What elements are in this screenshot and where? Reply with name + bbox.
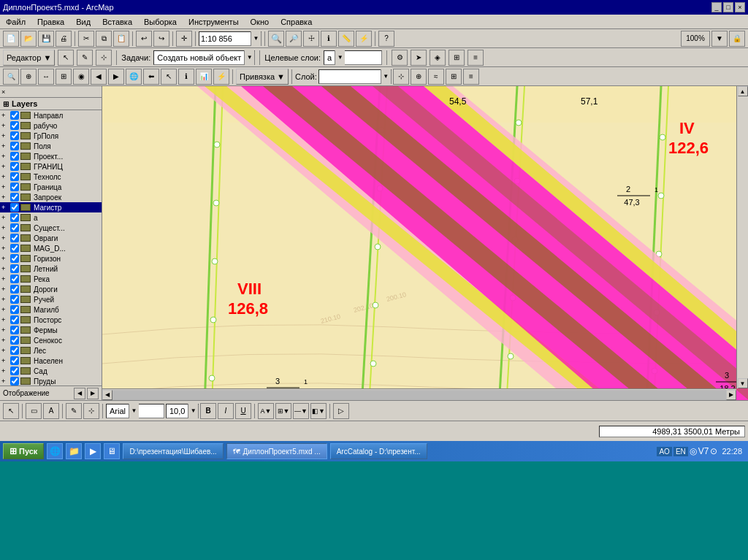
layer-expand-15[interactable]: + bbox=[1, 265, 9, 272]
layer-checkbox-16[interactable] bbox=[10, 275, 19, 283]
scroll-up-btn[interactable]: ▲ bbox=[738, 86, 748, 96]
minimize-button[interactable]: _ bbox=[711, 2, 722, 12]
snap-btn4[interactable]: ⊞ bbox=[56, 69, 72, 85]
snap-tool3[interactable]: ≈ bbox=[428, 69, 444, 85]
layer-expand-24[interactable]: + bbox=[1, 357, 9, 364]
layer-item-8[interactable]: +Запроек bbox=[0, 192, 102, 202]
layer-expand-21[interactable]: + bbox=[1, 326, 9, 334]
layer-item-4[interactable]: +Проект... bbox=[0, 151, 102, 161]
layer-checkbox-8[interactable] bbox=[10, 193, 19, 202]
scale-input[interactable]: 1:10 856 bbox=[199, 32, 251, 45]
edit-btn8[interactable]: ≡ bbox=[468, 50, 484, 66]
layer-checkbox-10[interactable] bbox=[10, 213, 19, 222]
tray-icon2[interactable]: V7 bbox=[698, 446, 709, 456]
open-button[interactable]: 📂 bbox=[20, 31, 37, 47]
snap-btn5[interactable]: ◉ bbox=[73, 69, 89, 85]
layer-item-15[interactable]: +Летний bbox=[0, 264, 102, 274]
print-button[interactable]: 🖨 bbox=[56, 31, 72, 47]
layer-expand-10[interactable]: + bbox=[1, 214, 9, 221]
layer-expand-9[interactable]: + bbox=[1, 204, 9, 211]
layer-item-6[interactable]: +Технолс bbox=[0, 172, 102, 182]
task-item-2[interactable]: ArcCatalog - D:\презент... bbox=[330, 443, 427, 459]
start-button[interactable]: ⊞ Пуск bbox=[3, 443, 44, 459]
layer-checkbox-0[interactable] bbox=[10, 111, 19, 120]
draw-tool4[interactable]: ⊹ bbox=[83, 403, 99, 419]
layer-expand-4[interactable]: + bbox=[1, 153, 9, 160]
scroll-track-h[interactable] bbox=[112, 390, 726, 400]
layer-expand-20[interactable]: + bbox=[1, 316, 9, 323]
layer-expand-3[interactable]: + bbox=[1, 142, 9, 150]
lock-button[interactable]: 🔒 bbox=[729, 31, 745, 47]
zoom-in-button[interactable]: 🔍 bbox=[268, 31, 284, 47]
layer-dropdown[interactable]: ▼ bbox=[381, 69, 391, 84]
task-dropdown[interactable]: ▼ bbox=[244, 50, 254, 65]
layer-checkbox-18[interactable] bbox=[10, 295, 19, 304]
layer-checkbox-6[interactable] bbox=[10, 172, 19, 181]
layer-item-16[interactable]: +Река bbox=[0, 274, 102, 284]
data-btn[interactable]: 📊 bbox=[196, 69, 212, 85]
layer-expand-0[interactable]: + bbox=[1, 112, 9, 119]
layer-checkbox-1[interactable] bbox=[10, 121, 19, 130]
map-vscroll[interactable]: ▲ ▼ bbox=[736, 86, 748, 388]
layer-item-10[interactable]: +а bbox=[0, 212, 102, 223]
layer-checkbox-25[interactable] bbox=[10, 367, 19, 375]
back-btn[interactable]: ◀ bbox=[91, 69, 107, 85]
layer-checkbox-15[interactable] bbox=[10, 264, 19, 273]
copy-button[interactable]: ⧉ bbox=[96, 31, 112, 47]
undo-button[interactable]: ↩ bbox=[136, 31, 152, 47]
cut-button[interactable]: ✂ bbox=[78, 31, 94, 47]
zoom-out-button[interactable]: 🔎 bbox=[286, 31, 302, 47]
layer-expand-22[interactable]: + bbox=[1, 337, 9, 344]
close-button[interactable]: × bbox=[735, 2, 745, 12]
edit-btn6[interactable]: ◈ bbox=[430, 50, 446, 66]
layer-checkbox-24[interactable] bbox=[10, 356, 19, 365]
scroll-left-btn[interactable]: ◀ bbox=[102, 390, 112, 400]
menu-help[interactable]: Справка bbox=[278, 18, 315, 26]
paste-button[interactable]: 📋 bbox=[113, 31, 129, 47]
zoom-dropdown[interactable]: ▼ bbox=[711, 31, 728, 47]
layers-close-btn[interactable]: × bbox=[1, 88, 5, 96]
globe-btn[interactable]: 🌐 bbox=[126, 69, 142, 85]
layer-checkbox-23[interactable] bbox=[10, 346, 19, 355]
menu-file[interactable]: Файл bbox=[3, 18, 28, 26]
layer-item-17[interactable]: +Дороги bbox=[0, 284, 102, 294]
redo-button[interactable]: ↪ bbox=[153, 31, 169, 47]
size-dropdown[interactable]: ▼ bbox=[188, 404, 198, 418]
layers-prev[interactable]: ◀ bbox=[74, 388, 85, 399]
bold-btn[interactable]: B bbox=[200, 403, 216, 419]
menu-edit[interactable]: Правка bbox=[34, 18, 67, 26]
layer-expand-23[interactable]: + bbox=[1, 347, 9, 354]
menu-insert[interactable]: Вставка bbox=[99, 18, 135, 26]
layer-expand-2[interactable]: + bbox=[1, 132, 9, 139]
map-hscroll[interactable]: ◀ ▶ bbox=[102, 388, 736, 400]
layer-checkbox-4[interactable] bbox=[10, 152, 19, 161]
layer-item-12[interactable]: +Овраги bbox=[0, 233, 102, 243]
layers-next[interactable]: ▶ bbox=[87, 388, 99, 399]
layer-item-19[interactable]: +Магилб bbox=[0, 304, 102, 315]
draw-text[interactable]: A bbox=[43, 403, 59, 419]
measure-button[interactable]: 📏 bbox=[338, 31, 354, 47]
folder-icon[interactable]: 📁 bbox=[66, 443, 82, 459]
layer-expand-5[interactable]: + bbox=[1, 163, 9, 170]
snap-tool1[interactable]: ⊹ bbox=[393, 69, 409, 85]
layer-item-21[interactable]: +Фермы bbox=[0, 325, 102, 335]
edit-btn5[interactable]: ➤ bbox=[411, 50, 427, 66]
font-dropdown[interactable]: ▼ bbox=[129, 404, 139, 418]
arrow-back-btn[interactable]: ⬅ bbox=[143, 69, 159, 85]
snap-dropdown[interactable]: Привязка ▼ bbox=[236, 69, 289, 85]
layer-checkbox-20[interactable] bbox=[10, 315, 19, 324]
layer-expand-26[interactable]: + bbox=[1, 377, 9, 385]
task-item-1[interactable]: 🗺 ДиплонПроект5.mxd ... bbox=[226, 443, 327, 459]
layer-checkbox-22[interactable] bbox=[10, 336, 19, 345]
pan-button[interactable]: ✛ bbox=[176, 31, 192, 47]
edit-btn7[interactable]: ⊞ bbox=[449, 50, 465, 66]
help-button[interactable]: ? bbox=[378, 31, 394, 47]
layer-expand-16[interactable]: + bbox=[1, 275, 9, 283]
layer-checkbox-12[interactable] bbox=[10, 234, 19, 242]
media-icon[interactable]: ▶ bbox=[85, 443, 101, 459]
identify-button[interactable]: ℹ bbox=[321, 31, 337, 47]
layer-item-22[interactable]: +Сенокос bbox=[0, 335, 102, 345]
tray-icon3[interactable]: ⊙ bbox=[710, 446, 717, 456]
snap-tool2[interactable]: ⊕ bbox=[411, 69, 427, 85]
find-button[interactable]: ⚡ bbox=[356, 31, 372, 47]
